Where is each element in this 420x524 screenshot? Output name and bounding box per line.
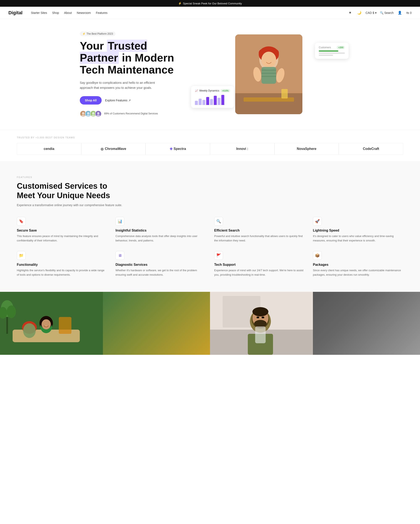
feature-functionality: 📁 Functionality Highlights the service's…	[17, 251, 107, 277]
diagnostic-services-icon: 🖥	[115, 251, 124, 260]
svg-point-1	[82, 112, 84, 114]
svg-point-36	[23, 323, 36, 338]
social-proof-text: 89% of Customers Recommend Digital Servi…	[104, 112, 158, 115]
svg-point-7	[92, 112, 95, 114]
cart-icon: 🛍	[406, 11, 409, 15]
bar-6	[214, 96, 217, 105]
nav-right: ☀ 🌙 CAD $ ▾ 🔍 Search 👤 🛍 0	[347, 10, 411, 16]
logo-spectra: ✚ Spectra	[146, 143, 210, 155]
nav-links: Starter Sites Shop About Newsroom Featur…	[31, 11, 340, 15]
bar-2	[199, 99, 201, 105]
chromawave-icon: ◎	[101, 147, 104, 151]
packages-icon: 📦	[313, 251, 322, 260]
hero-title-pre: Your	[80, 40, 107, 52]
logo-cendia: cendia	[17, 143, 81, 155]
features-subtitle: Experience a transformative online journ…	[17, 203, 403, 207]
bar-1	[195, 101, 198, 105]
chromawave-label: ChromaWave	[105, 147, 126, 151]
efficient-search-name: Efficient Search	[214, 229, 305, 232]
hero-title: Your Trusted Partner in Modern Tech Main…	[80, 40, 189, 76]
efficient-search-desc: Powerful and intuitive search functional…	[214, 234, 305, 243]
feature-insightful-statistics: 📊 Insightful Statistics Comprehensive da…	[115, 217, 206, 243]
diagnostic-services-name: Diagnostic Services	[115, 263, 206, 267]
tech-support-icon: 🚩	[214, 251, 223, 260]
svg-rect-50	[262, 317, 264, 318]
svg-rect-28	[281, 89, 288, 98]
nav-item-newsroom[interactable]: Newsroom	[77, 11, 91, 15]
functionality-name: Functionality	[17, 263, 107, 267]
bottom-image-left	[0, 292, 210, 355]
insightful-statistics-icon: 📊	[115, 217, 124, 226]
trusted-label: TRUSTED BY +3,000 BEST DESIGN TEAMS	[17, 136, 403, 139]
nav-item-about[interactable]: About	[64, 11, 72, 15]
trusted-section: TRUSTED BY +3,000 BEST DESIGN TEAMS cend…	[0, 130, 420, 161]
feature-efficient-search: 🔍 Efficient Search Powerful and intuitiv…	[214, 217, 305, 243]
svg-rect-41	[59, 317, 71, 334]
secure-save-icon: 🔖	[17, 217, 26, 226]
announcement-text: Special Sneak Peek for Our Beloved Commu…	[183, 2, 242, 5]
logo-codecraft: CodeCraft	[339, 143, 403, 155]
efficient-search-icon: 🔍	[214, 217, 223, 226]
svg-point-48	[254, 320, 267, 328]
secure-save-name: Secure Save	[17, 229, 107, 232]
weekly-bar-chart	[195, 95, 230, 105]
packages-name: Packages	[313, 263, 403, 267]
spectra-icon: ✚	[170, 147, 172, 151]
currency-selector[interactable]: CAD $ ▾	[366, 11, 376, 15]
explore-features-button[interactable]: Explore Features ↗	[105, 99, 131, 102]
search-label: Search	[384, 11, 394, 15]
nav-item-features[interactable]: Features	[96, 11, 107, 15]
currency-label: CAD $	[366, 11, 374, 15]
novasphere-label: NovaSphere	[297, 147, 316, 151]
stats-label: Customers	[319, 46, 331, 49]
avatar-group	[80, 110, 102, 117]
hero-image-card	[235, 35, 302, 114]
svg-point-40	[42, 319, 51, 329]
spectra-label: Spectra	[174, 147, 186, 151]
svg-rect-26	[235, 93, 302, 114]
diagnostic-services-desc: Whether it's hardware or software, we ge…	[115, 268, 206, 277]
dynamics-label: Weekly Dynamics	[199, 89, 219, 92]
dark-mode-button[interactable]: 🌙	[356, 10, 362, 16]
search-icon: 🔍	[380, 11, 384, 15]
cendia-label: cendia	[44, 147, 54, 151]
dynamics-badge: +4.6%	[220, 89, 230, 92]
svg-point-19	[262, 52, 276, 68]
trend-icon: 📈	[195, 89, 198, 92]
nav-item-shop[interactable]: Shop	[52, 11, 59, 15]
lightning-speed-desc: It's designed to cater to users who valu…	[313, 234, 403, 243]
hero-social-proof: 89% of Customers Recommend Digital Servi…	[80, 110, 189, 117]
nav-logo[interactable]: Digital	[9, 10, 22, 16]
lightning-icon: ⚡	[178, 2, 182, 5]
avatar-4	[95, 110, 102, 117]
svg-point-51	[253, 307, 268, 316]
cart-button[interactable]: 🛍 0	[406, 11, 411, 15]
account-button[interactable]: 👤	[397, 10, 403, 16]
hero-right: Customers +200 📈 Weekly Dynamics +4.6%	[197, 35, 340, 114]
stats-bar-3	[319, 55, 333, 56]
feature-lightning-speed: 🚀 Lightning Speed It's designed to cater…	[313, 217, 403, 243]
announcement-bar: ⚡ Special Sneak Peek for Our Beloved Com…	[0, 0, 420, 7]
features-section: FEATURES Customised Services to Meet You…	[0, 161, 420, 292]
light-mode-button[interactable]: ☀	[347, 10, 353, 16]
insightful-statistics-name: Insightful Statistics	[115, 229, 206, 232]
stats-badge: +200	[337, 46, 345, 49]
bar-5	[210, 99, 213, 105]
svg-point-4	[87, 112, 89, 114]
svg-rect-53	[255, 326, 266, 343]
innovi-label: Innovi :	[236, 147, 248, 151]
svg-rect-20	[262, 67, 276, 84]
shop-all-button[interactable]: Shop All	[80, 96, 102, 105]
search-button[interactable]: 🔍 Search	[380, 11, 394, 15]
feature-packages: 📦 Packages Since every client has unique…	[313, 251, 403, 277]
tech-support-desc: Experience peace of mind with our 24/7 t…	[214, 268, 305, 277]
hero-left: ⚡ The Best Platform 2023 Your Trusted Pa…	[80, 32, 189, 117]
stats-card-title: Customers +200	[319, 46, 345, 49]
hero-subtitle: Say goodbye to complications and hello t…	[80, 80, 164, 90]
nav-item-starter-sites[interactable]: Starter Sites	[31, 11, 47, 15]
hero-badge-text: The Best Platform 2023	[87, 32, 113, 35]
customers-stats-card: Customers +200	[315, 43, 349, 59]
bottom-images-section	[0, 292, 420, 355]
bottom-image-right	[210, 292, 420, 355]
bar-3	[202, 100, 205, 105]
